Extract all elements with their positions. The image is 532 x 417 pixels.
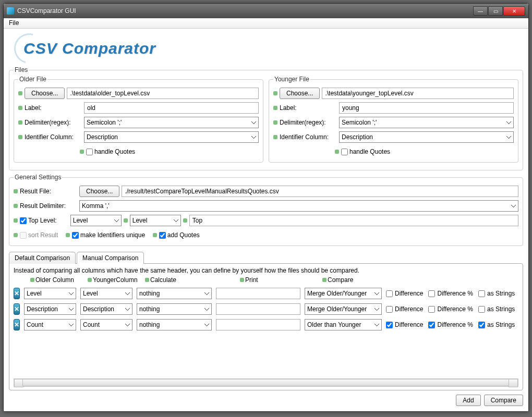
older-file-group: Older File Choose... Label: Delimiter(re… (14, 76, 263, 163)
info-icon (273, 135, 277, 139)
older-label-input[interactable] (84, 102, 259, 114)
calculate-select[interactable]: nothing (137, 288, 212, 299)
difference-pct-check[interactable]: Difference % (428, 305, 473, 313)
calculate-value-input[interactable] (216, 303, 300, 315)
younger-column-select[interactable]: Level (80, 288, 132, 299)
print-select[interactable]: Merge Older/Younger (305, 303, 382, 315)
older-column-select[interactable]: Description (24, 303, 76, 315)
manual-hint: Instead of comparing all columns which h… (14, 267, 518, 274)
younger-path-input[interactable] (322, 88, 514, 99)
calculate-value-input[interactable] (216, 288, 300, 299)
older-quotes-check[interactable]: handle Quotes (86, 148, 135, 155)
older-column-select[interactable]: Level (24, 288, 76, 299)
difference-check[interactable]: Difference (386, 305, 423, 313)
older-idcol-select[interactable]: Description (84, 131, 259, 143)
remove-row-button[interactable]: ✕ (14, 288, 20, 299)
tab-manual-comparison[interactable]: Manual Comparison (77, 252, 144, 264)
calculate-select[interactable]: nothing (137, 319, 212, 330)
younger-column-select[interactable]: Count (80, 319, 132, 330)
close-button[interactable]: ✕ (503, 6, 525, 16)
menu-file[interactable]: File (6, 18, 22, 28)
window-title: CSVComparator GUI (17, 7, 473, 15)
younger-idcol-select[interactable]: Description (339, 131, 514, 143)
rule-row: ✕CountCountnothingOlder than Younger Dif… (14, 319, 516, 330)
result-delim-select[interactable]: Komma ',' (79, 200, 518, 212)
result-file-lbl: Result File: (20, 188, 77, 195)
info-icon (18, 120, 22, 125)
wreath-icon (8, 28, 50, 69)
info-icon (14, 204, 18, 208)
unique-ids-check[interactable]: make Identifiers unique (72, 231, 145, 239)
tab-default-comparison[interactable]: Default Comparison (9, 252, 76, 264)
as-strings-check[interactable]: as Strings (478, 290, 515, 297)
info-icon (153, 233, 157, 237)
younger-label-lbl: Label: (280, 104, 337, 112)
older-label-lbl: Label: (25, 104, 82, 112)
titlebar[interactable]: CSVComparator GUI ― ▭ ✕ (4, 4, 528, 18)
younger-column-select[interactable]: Description (80, 303, 132, 315)
app-icon (7, 7, 14, 15)
younger-quotes-check[interactable]: handle Quotes (341, 148, 390, 155)
add-button[interactable]: Add (456, 395, 480, 406)
column-headers: Older Column YoungerColumn Calculate Pri… (30, 276, 518, 284)
hdr-older: Older Column (35, 276, 74, 284)
rules-list: ✕LevelLevelnothingMerge Older/Younger Di… (14, 284, 518, 375)
footer-buttons: Add Compare (9, 390, 523, 406)
rule-row: ✕DescriptionDescriptionnothingMerge Olde… (14, 303, 516, 315)
older-path-input[interactable] (67, 88, 259, 99)
horizontal-scrollbar[interactable] (14, 378, 518, 387)
younger-legend: Younger File (273, 76, 310, 83)
info-icon (88, 278, 92, 282)
difference-check[interactable]: Difference (386, 321, 423, 328)
info-icon (273, 106, 277, 110)
toplevel-check[interactable]: Top Level: (20, 217, 57, 224)
add-quotes-check[interactable]: add Quotes (159, 231, 200, 239)
maximize-button[interactable]: ▭ (488, 6, 503, 16)
as-strings-check[interactable]: as Strings (478, 305, 515, 313)
result-file-choose-button[interactable]: Choose... (79, 186, 119, 197)
sort-result-check[interactable]: sort Result (20, 231, 58, 239)
files-legend: Files (14, 66, 29, 73)
print-select[interactable]: Merge Older/Younger (305, 288, 382, 299)
print-select[interactable]: Older than Younger (305, 319, 382, 330)
content-area: CSV Comparator Files Older File Choose..… (4, 29, 528, 411)
compare-button[interactable]: Compare (484, 395, 523, 406)
older-column-select[interactable]: Count (24, 319, 76, 330)
result-file-input[interactable] (122, 186, 518, 197)
younger-label-input[interactable] (339, 102, 514, 114)
minimize-button[interactable]: ― (473, 6, 488, 16)
manual-tab-body: Instead of comparing all columns which h… (9, 263, 523, 390)
difference-pct-check[interactable]: Difference % (428, 290, 473, 297)
toplevel-text-input[interactable] (189, 215, 518, 226)
info-icon (14, 233, 18, 237)
result-delim-lbl: Result Delimiter: (20, 202, 77, 210)
younger-choose-button[interactable]: Choose... (280, 88, 320, 99)
info-icon (30, 278, 34, 282)
younger-delim-lbl: Delimiter(regex): (280, 119, 337, 126)
general-legend: General Settings (14, 174, 62, 181)
calculate-select[interactable]: nothing (137, 303, 212, 315)
info-icon (18, 135, 22, 139)
toplevel-select-2[interactable]: Level (130, 215, 181, 226)
hdr-calculate: Calculate (150, 276, 176, 284)
older-choose-button[interactable]: Choose... (25, 88, 65, 99)
hdr-compare: Compare (328, 276, 353, 284)
older-delim-lbl: Delimiter(regex): (25, 119, 82, 126)
difference-check[interactable]: Difference (386, 290, 423, 297)
toplevel-select-1[interactable]: Level (70, 215, 122, 226)
info-icon (273, 120, 277, 125)
info-icon (322, 278, 327, 282)
info-icon (183, 218, 187, 223)
info-icon (145, 278, 149, 282)
remove-row-button[interactable]: ✕ (14, 319, 20, 330)
older-delim-select[interactable]: Semicolon ';' (84, 117, 259, 128)
info-icon (18, 106, 22, 110)
remove-row-button[interactable]: ✕ (14, 303, 20, 315)
info-icon (18, 91, 22, 95)
calculate-value-input[interactable] (216, 319, 300, 330)
as-strings-check[interactable]: as Strings (478, 321, 515, 328)
younger-file-group: Younger File Choose... Label: Delimiter(… (269, 76, 518, 163)
info-icon (80, 150, 84, 154)
younger-delim-select[interactable]: Semicolon ';' (339, 117, 514, 128)
difference-pct-check[interactable]: Difference % (428, 321, 473, 328)
